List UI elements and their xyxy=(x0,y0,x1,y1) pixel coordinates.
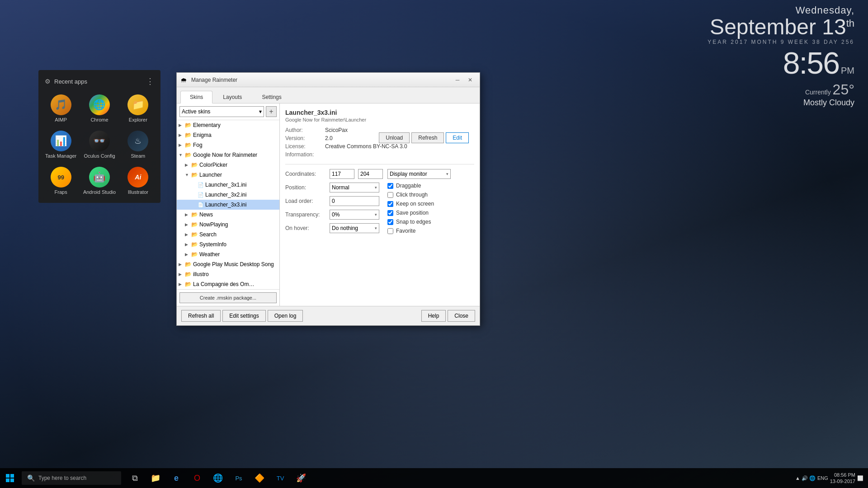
edit-settings-button[interactable]: Edit settings xyxy=(222,310,265,322)
app-android-studio[interactable]: 🤖 Android Studio xyxy=(80,163,118,198)
vlc-button[interactable]: 🔶 xyxy=(250,468,269,488)
chrome-taskbar-button[interactable]: 🌐 xyxy=(208,468,228,488)
details-panel-top: Launcher_3x3.ini Google Now for Rainmete… xyxy=(285,109,474,158)
favorite-checkbox[interactable] xyxy=(387,228,393,234)
more-options-icon[interactable]: ⋮ xyxy=(146,76,154,86)
tree-label: Launcher xyxy=(199,172,222,178)
tree-item-launcher-3x2[interactable]: 📄 Launcher_3x2.ini xyxy=(177,190,279,200)
photoshop-button[interactable]: Ps xyxy=(229,468,249,488)
tree-item-weather[interactable]: ▶ 📂 Weather xyxy=(177,249,279,259)
keep-on-screen-checkbox[interactable] xyxy=(387,201,393,207)
load-order-input[interactable] xyxy=(330,196,379,206)
app-oculus[interactable]: 👓 Oculus Config xyxy=(80,127,118,162)
snap-to-edges-row: Snap to edges xyxy=(387,219,474,225)
tab-settings[interactable]: Settings xyxy=(252,91,291,103)
show-desktop-button[interactable]: ⬜ xyxy=(857,475,863,481)
app-illustrator[interactable]: Ai Illustrator xyxy=(119,163,157,198)
open-log-button[interactable]: Open log xyxy=(268,310,303,322)
display-monitor-select[interactable]: Display monitor ▾ xyxy=(387,169,451,179)
tab-layouts[interactable]: Layouts xyxy=(213,91,251,103)
clock-time-row: 8:56 PM xyxy=(708,45,854,80)
app-chrome[interactable]: 🌐 Chrome xyxy=(80,91,118,126)
tree-item-launcher-3x1[interactable]: 📄 Launcher_3x1.ini xyxy=(177,180,279,190)
start-button[interactable] xyxy=(0,468,20,488)
transparency-select[interactable]: 0% ▾ xyxy=(330,210,379,220)
task-view-button[interactable]: ⧉ xyxy=(125,468,145,488)
tree-item-news[interactable]: ▶ 📂 News xyxy=(177,210,279,220)
on-hover-select[interactable]: Do nothing ▾ xyxy=(330,223,379,233)
tree-item-launcher-3x3[interactable]: 📄 Launcher_3x3.ini xyxy=(177,200,279,210)
folder-icon: 📂 xyxy=(191,221,198,228)
skins-tree: ▶ 📂 Elementary ▶ 📂 Enigma ▶ 📂 Fog xyxy=(177,120,279,289)
save-position-checkbox[interactable] xyxy=(387,210,393,216)
edit-button[interactable]: Edit xyxy=(446,132,469,143)
refresh-button[interactable]: Refresh xyxy=(411,132,444,143)
coord-y-input[interactable] xyxy=(358,169,383,179)
rocketdock-button[interactable]: 🚀 xyxy=(291,468,311,488)
create-package-button[interactable]: Create .rmskin package... xyxy=(179,292,277,303)
coord-x-input[interactable] xyxy=(330,169,354,179)
arrow-icon: ▶ xyxy=(179,123,185,127)
tree-item-nowplaying[interactable]: ▶ 📂 NowPlaying xyxy=(177,220,279,230)
active-skins-dropdown[interactable]: Active skins ▾ xyxy=(179,106,264,117)
task-manager-label: Task Manager xyxy=(45,153,76,159)
tree-item-systeminfo[interactable]: ▶ 📂 SystemInfo xyxy=(177,239,279,249)
draggable-checkbox[interactable] xyxy=(387,183,393,189)
arrow-icon: ▶ xyxy=(179,262,185,267)
refresh-all-button[interactable]: Refresh all xyxy=(181,310,221,322)
app-steam[interactable]: ♨ Steam xyxy=(119,127,157,162)
clock-time: 8:56 xyxy=(783,45,839,80)
tree-item-fog[interactable]: ▶ 📂 Fog xyxy=(177,140,279,150)
tree-label: La Compagnie des Ombres - Clr... xyxy=(193,281,256,287)
clock-description: Mostly Cloudy xyxy=(708,98,854,108)
tree-label: Fog xyxy=(193,142,203,148)
tree-item-google-play[interactable]: ▶ 📂 Google Play Music Desktop Song xyxy=(177,259,279,269)
tree-label: NowPlaying xyxy=(199,221,228,228)
teamviewer-button[interactable]: TV xyxy=(270,468,290,488)
tree-item-search[interactable]: ▶ 📂 Search xyxy=(177,230,279,239)
tree-item-colorpicker[interactable]: ▶ 📂 ColorPicker xyxy=(177,160,279,170)
unload-button[interactable]: Unload xyxy=(379,132,410,143)
skins-panel: Active skins ▾ + ▶ 📂 Elementary ▶ 📂 Enig… xyxy=(177,103,280,306)
snap-to-edges-checkbox[interactable] xyxy=(387,219,393,225)
edge-button[interactable]: e xyxy=(166,468,186,488)
app-task-manager[interactable]: 📊 Task Manager xyxy=(42,127,80,162)
arrow-icon: ▶ xyxy=(185,222,191,227)
opera-button[interactable]: O xyxy=(187,468,207,488)
tree-item-launcher[interactable]: ▼ 📂 Launcher xyxy=(177,170,279,180)
tree-item-google-now[interactable]: ▼ 📂 Google Now for Rainmeter xyxy=(177,150,279,160)
coordinates-row: Coordinates: xyxy=(285,169,383,179)
position-select[interactable]: Normal ▾ xyxy=(330,183,379,192)
arrow-icon: ▶ xyxy=(185,163,191,167)
settings-grid: Coordinates: Position: Normal ▾ xyxy=(285,169,474,237)
windows-icon xyxy=(6,474,14,482)
oculus-icon: 👓 xyxy=(89,131,110,151)
tree-item-enigma[interactable]: ▶ 📂 Enigma xyxy=(177,130,279,140)
add-skin-button[interactable]: + xyxy=(266,106,277,117)
on-hover-label: On hover: xyxy=(285,225,326,231)
recent-apps-title: ⚙ Recent apps xyxy=(45,78,87,85)
spacer xyxy=(191,202,198,207)
position-value: Normal xyxy=(332,184,349,191)
position-label: Position: xyxy=(285,184,326,191)
tree-item-elementary[interactable]: ▶ 📂 Elementary xyxy=(177,120,279,130)
app-aimp[interactable]: 🎵 AIMP xyxy=(42,91,80,126)
file-icon: 📄 xyxy=(198,202,204,208)
file-explorer-button[interactable]: 📁 xyxy=(146,468,165,488)
draggable-row: Draggable xyxy=(387,183,474,189)
tab-skins[interactable]: Skins xyxy=(180,91,212,103)
close-button[interactable]: Close xyxy=(448,310,475,322)
load-order-label: Load order: xyxy=(285,198,326,204)
on-hover-row: On hover: Do nothing ▾ xyxy=(285,223,383,233)
app-fraps[interactable]: 99 Fraps xyxy=(42,163,80,198)
select-arrow-icon: ▾ xyxy=(375,185,377,190)
app-explorer[interactable]: 📁 Explorer xyxy=(119,91,157,126)
minimize-button[interactable]: ─ xyxy=(452,75,463,85)
click-through-checkbox[interactable] xyxy=(387,192,393,198)
tree-item-illustro[interactable]: ▶ 📂 illustro xyxy=(177,269,279,279)
help-button[interactable]: Help xyxy=(421,310,446,322)
close-window-button[interactable]: ✕ xyxy=(464,75,476,85)
taskbar-search[interactable]: 🔍 Type here to search xyxy=(22,471,121,485)
tree-item-la-compagnie[interactable]: ▶ 📂 La Compagnie des Ombres - Clr... xyxy=(177,279,279,289)
arrow-icon: ▶ xyxy=(179,143,185,147)
